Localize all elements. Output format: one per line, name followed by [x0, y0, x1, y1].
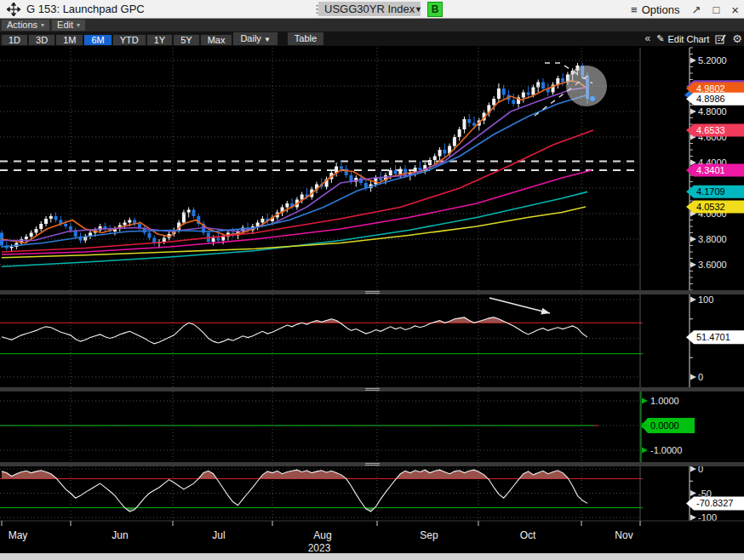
- candle-down: [192, 210, 195, 217]
- candle-down: [541, 83, 545, 89]
- candle-up: [389, 170, 392, 175]
- period-1y-button[interactable]: 1Y: [147, 35, 172, 45]
- axis-label: 0: [698, 372, 703, 382]
- value-badge-label: 51.4701: [696, 332, 730, 342]
- axis-label: 4.8000: [698, 106, 727, 117]
- candle-down: [472, 123, 476, 126]
- candle-down: [502, 89, 506, 95]
- candle-up: [163, 238, 166, 243]
- highlight-circle-annotation: [566, 66, 607, 106]
- frequency-daily-button[interactable]: Daily ▼: [233, 32, 277, 45]
- chart-canvas: 5.20004.80004.60004.40004.00003.80003.60…: [0, 46, 744, 560]
- month-label: May: [9, 529, 28, 541]
- chart-toolbar: 1D3D1M6MYTD1Y5YMax Daily ▼ Table « ✎ Edi…: [0, 31, 744, 46]
- candle-up: [49, 216, 53, 219]
- month-label: Aug: [313, 529, 331, 541]
- caret-down-icon: ▾: [77, 20, 80, 31]
- candle-down: [64, 224, 67, 226]
- popout-icon[interactable]: ↗: [691, 3, 701, 16]
- candle-down: [340, 167, 343, 169]
- value-badge-label: 0.0000: [650, 420, 679, 431]
- table-button[interactable]: Table: [288, 32, 323, 45]
- candle-up: [531, 88, 535, 95]
- hamburger-icon[interactable]: ≡: [631, 3, 638, 16]
- period-6m-button[interactable]: 6M: [84, 35, 111, 45]
- candle-up: [10, 247, 14, 249]
- collapse-icon[interactable]: «: [645, 31, 651, 46]
- candle-up: [497, 89, 501, 99]
- month-label: Sep: [420, 529, 438, 541]
- annotate-icon[interactable]: [715, 34, 726, 44]
- candle-up: [462, 119, 466, 129]
- month-label: Jul: [212, 529, 225, 541]
- candle-down: [345, 169, 348, 176]
- period-1d-button[interactable]: 1D: [2, 35, 27, 45]
- window-titlebar[interactable]: G 153: Launchpad GPC ⋮ USGG30YR Index ▼ …: [0, 0, 744, 19]
- candle-up: [34, 229, 37, 233]
- value-badge-label: 4.6533: [696, 125, 725, 135]
- month-label: Jun: [112, 529, 128, 541]
- candle-up: [39, 224, 43, 229]
- candle-down: [147, 233, 151, 238]
- close-icon[interactable]: ×: [731, 3, 739, 17]
- instrument-selector[interactable]: USGG30YR Index: [318, 2, 421, 16]
- axis-label: 1.0000: [650, 396, 679, 406]
- candle-down: [138, 224, 141, 228]
- bloomberg-b-button[interactable]: B: [427, 2, 443, 17]
- actions-menu[interactable]: Actions ▾: [2, 20, 49, 31]
- gear-icon[interactable]: ⚙: [732, 31, 742, 46]
- options-button[interactable]: Options: [642, 3, 680, 16]
- axis-label: -1.0000: [650, 445, 682, 455]
- launchpad-chart-window: G 153: Launchpad GPC ⋮ USGG30YR Index ▼ …: [0, 0, 744, 560]
- instrument-dropdown-icon[interactable]: ▼: [415, 5, 422, 14]
- edit-menu-label: Edit: [57, 20, 73, 31]
- period-3d-button[interactable]: 3D: [29, 35, 54, 45]
- period-ytd-button[interactable]: YTD: [113, 35, 146, 45]
- axis-label: 3.6000: [698, 260, 727, 270]
- candle-up: [492, 99, 495, 106]
- candle-up: [285, 203, 289, 208]
- candle-down: [379, 178, 382, 180]
- panel-divider-3[interactable]: [0, 462, 744, 466]
- value-badge-label: 4.3401: [696, 165, 725, 175]
- candle-down: [394, 170, 398, 174]
- move-icon[interactable]: [7, 3, 20, 16]
- candle-down: [443, 150, 446, 154]
- candle-up: [522, 93, 525, 98]
- candle-up: [30, 233, 33, 237]
- candle-up: [458, 129, 461, 137]
- edit-chart-button[interactable]: ✎ Edit Chart: [656, 33, 709, 44]
- caret-down-icon: ▼: [264, 36, 271, 43]
- candle-up: [256, 223, 260, 227]
- frequency-label: Daily: [240, 33, 260, 43]
- window-bottom-edge: [0, 553, 744, 560]
- candle-up: [123, 223, 127, 226]
- value-badge-label: 4.8986: [696, 94, 725, 104]
- period-max-button[interactable]: Max: [201, 35, 232, 45]
- candle-up: [212, 238, 215, 243]
- maximize-icon[interactable]: □: [713, 3, 719, 16]
- candle-up: [536, 83, 540, 88]
- month-label: Nov: [615, 529, 632, 541]
- candle-up: [438, 150, 442, 157]
- value-badge-label: -70.8327: [696, 498, 733, 508]
- pencil-icon: ✎: [656, 33, 664, 44]
- edit-menu[interactable]: Edit ▾: [52, 20, 85, 31]
- candle-up: [260, 219, 264, 223]
- menu-bar: Actions ▾ Edit ▾: [0, 19, 744, 31]
- candle-up: [128, 220, 131, 223]
- panel-divider-1[interactable]: [0, 290, 744, 294]
- last-price-dot: [590, 96, 595, 101]
- candle-up: [187, 210, 191, 213]
- candle-up: [398, 169, 402, 174]
- value-badge-label: 4.0532: [696, 202, 725, 212]
- candle-down: [561, 78, 564, 83]
- axis-label: 100: [698, 294, 713, 305]
- actions-menu-label: Actions: [7, 20, 37, 31]
- candle-up: [182, 213, 186, 223]
- candle-down: [54, 216, 58, 220]
- period-1m-button[interactable]: 1M: [56, 35, 83, 45]
- panel-divider-2[interactable]: [0, 387, 744, 391]
- period-5y-button[interactable]: 5Y: [174, 35, 198, 45]
- candle-up: [44, 219, 48, 224]
